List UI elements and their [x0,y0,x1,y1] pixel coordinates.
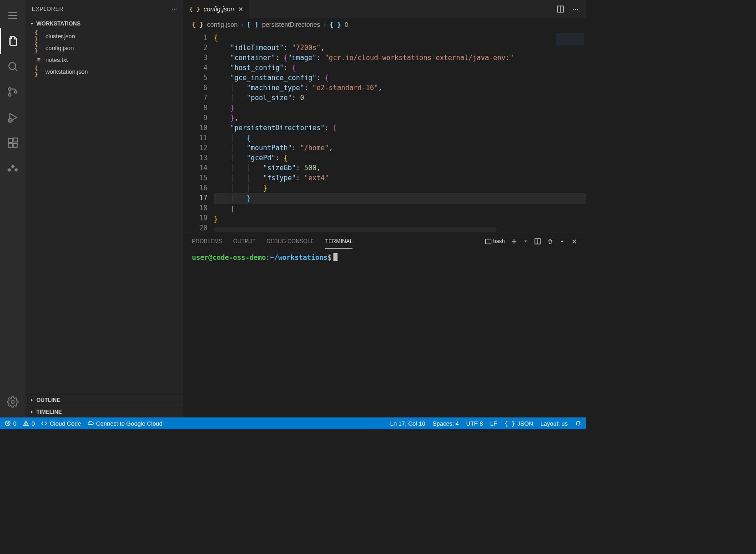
close-tab-icon[interactable] [237,6,244,12]
file-item[interactable]: { }config.json [25,42,183,54]
chevron-right-icon [28,396,35,404]
explorer-title: EXPLORER [32,6,63,12]
shell-name: bash [493,238,505,244]
bottom-panel: PROBLEMS OUTPUT DEBUG CONSOLE TERMINAL b… [184,233,586,417]
explorer-more-icon[interactable]: ⋯ [171,6,177,12]
json-file-icon: { } [35,32,43,40]
notifications-icon[interactable] [575,420,581,427]
status-layout[interactable]: Layout: us [540,420,568,427]
status-warnings[interactable]: 0 [23,420,35,427]
tab-problems[interactable]: PROBLEMS [192,234,222,248]
activity-bar [0,0,25,417]
menu-icon[interactable] [0,3,25,28]
timeline-section[interactable]: TIMELINE [25,406,183,417]
workspace-name: WORKSTATIONS [36,20,81,27]
terminal-body[interactable]: user@code-oss-demo:~/workstations$ [184,249,586,265]
svg-marker-15 [7,168,11,172]
status-connect-cloud[interactable]: Connect to Google Cloud [87,420,162,427]
svg-point-6 [9,94,11,96]
extensions-icon[interactable] [0,130,25,156]
tab-label: config.json [203,5,234,13]
horizontal-scrollbar[interactable] [214,227,586,232]
explorer-icon[interactable] [0,28,25,54]
svg-rect-13 [14,138,18,142]
status-cloud-code[interactable]: Cloud Code [41,420,81,427]
terminal-user: user@code-oss-demo [192,254,266,262]
file-name: notes.txt [45,56,68,63]
svg-point-7 [15,91,17,93]
terminal-cursor [333,253,338,261]
split-editor-icon[interactable] [554,3,566,15]
editor-more-icon[interactable]: ⋯ [571,4,580,15]
status-spaces[interactable]: Spaces: 4 [433,420,459,427]
json-icon: { } [504,420,515,427]
svg-rect-11 [8,143,12,147]
file-name: cluster.json [45,33,75,40]
status-bar: 0 0 Cloud Code Connect to Google Cloud L… [0,417,586,429]
svg-rect-22 [485,239,491,244]
split-terminal-icon[interactable] [534,238,541,245]
breadcrumb-item[interactable]: persistentDirectories [262,21,320,28]
terminal-path: ~/workstations [270,254,328,262]
status-language[interactable]: { } JSON [504,420,533,427]
run-debug-icon[interactable] [0,105,25,130]
array-icon: [ ] [247,21,258,28]
explorer-sidebar: EXPLORER ⋯ WORKSTATIONS { }cluster.json{… [25,0,184,417]
timeline-label: TIMELINE [36,409,62,415]
cloud-icon [87,420,94,427]
tab-bar: { } config.json ⋯ [184,0,586,18]
cloud-code-icon[interactable] [0,156,25,181]
chevron-right-icon: › [324,21,326,28]
minimap[interactable] [556,33,584,46]
text-file-icon: ≡ [35,56,43,64]
json-file-icon: { } [35,67,43,76]
file-name: config.json [45,45,74,51]
new-terminal-icon[interactable] [510,238,518,245]
chevron-right-icon [28,408,35,416]
svg-marker-14 [11,164,15,168]
tab-terminal[interactable]: TERMINAL [325,234,353,249]
prompt-symbol: $ [328,254,332,262]
editor-area[interactable]: 123456789101112131415161718192021 { "idl… [184,31,586,233]
outline-label: OUTLINE [36,397,60,403]
settings-gear-icon[interactable] [0,389,25,415]
status-cursor-pos[interactable]: Ln 17, Col 10 [390,420,425,427]
tab-output[interactable]: OUTPUT [233,234,256,248]
svg-marker-8 [10,113,17,121]
file-item[interactable]: { }workstation.json [25,66,183,77]
code-content[interactable]: { "idleTimeout": "7200s", "container": {… [214,31,586,233]
json-file-icon: { } [189,6,200,13]
terminal-shell[interactable]: bash [485,238,505,245]
breadcrumb-file[interactable]: config.json [207,21,237,28]
warning-icon [23,420,29,427]
search-icon[interactable] [0,54,25,79]
svg-point-3 [9,62,15,69]
svg-rect-10 [8,138,12,142]
json-file-icon: { } [192,21,203,28]
maximize-panel-icon[interactable] [559,238,565,244]
line-gutter: 123456789101112131415161718192021 [184,31,214,233]
file-item[interactable]: ≡notes.txt [25,54,183,66]
chevron-right-icon: › [241,21,243,28]
tab-config-json[interactable]: { } config.json [184,0,250,18]
status-encoding[interactable]: UTF-8 [466,420,483,427]
outline-section[interactable]: OUTLINE [25,394,183,406]
tab-debug-console[interactable]: DEBUG CONSOLE [267,234,314,248]
terminal-dropdown-icon[interactable] [523,239,529,244]
status-eol[interactable]: LF [490,420,497,427]
source-control-icon[interactable] [0,79,25,105]
status-errors[interactable]: 0 [5,420,16,427]
workspace-header[interactable]: WORKSTATIONS [25,18,183,29]
file-item[interactable]: { }cluster.json [25,30,183,42]
svg-point-17 [11,401,15,404]
breadcrumb-item[interactable]: 0 [345,21,348,28]
kill-terminal-icon[interactable] [547,238,554,245]
svg-point-33 [26,424,26,425]
close-panel-icon[interactable] [571,238,578,245]
code-icon [41,420,47,427]
chevron-down-icon [28,20,35,27]
breadcrumb[interactable]: { } config.json › [ ] persistentDirector… [184,18,586,31]
svg-point-5 [9,88,11,90]
svg-line-4 [15,69,17,71]
object-icon: { } [329,21,341,28]
